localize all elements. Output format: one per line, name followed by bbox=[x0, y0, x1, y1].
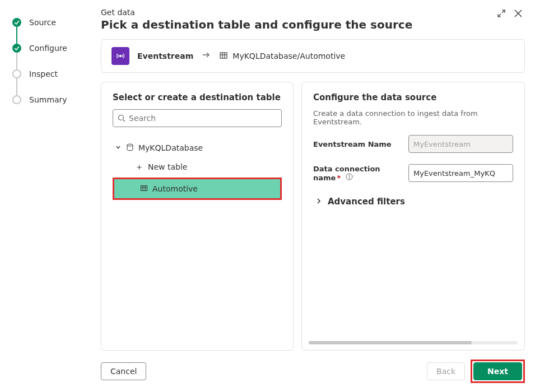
step-summary[interactable]: Summary bbox=[12, 93, 78, 106]
breadcrumb-destination: MyKQLDatabase/Automotive bbox=[232, 52, 345, 60]
left-card-title: Select or create a destination table bbox=[113, 92, 282, 102]
new-table-label: New table bbox=[148, 162, 187, 171]
new-table-action[interactable]: ＋ New table bbox=[113, 157, 282, 176]
breadcrumb-card: Eventstream MyKQLDatabase/Automotive bbox=[101, 39, 525, 73]
header-eyebrow: Get data bbox=[101, 8, 497, 17]
table-tree: MyKQLDatabase ＋ New table Automotive bbox=[113, 138, 282, 200]
footer: Cancel Back Next bbox=[101, 360, 525, 383]
main-panel: Get data Pick a destination table and co… bbox=[78, 0, 535, 392]
right-card-title: Configure the data source bbox=[313, 92, 513, 102]
next-button-highlight: Next bbox=[471, 360, 525, 383]
eventstream-icon bbox=[111, 47, 129, 65]
step-configure[interactable]: Configure bbox=[12, 41, 78, 55]
expand-icon[interactable] bbox=[497, 9, 506, 20]
chevron-down-icon bbox=[115, 143, 122, 152]
step-dot bbox=[12, 95, 21, 104]
page-title: Pick a destination table and configure t… bbox=[101, 18, 497, 31]
step-source[interactable]: Source bbox=[12, 16, 78, 29]
header: Get data Pick a destination table and co… bbox=[78, 6, 525, 37]
svg-point-2 bbox=[119, 115, 124, 120]
step-label: Inspect bbox=[29, 69, 58, 78]
svg-rect-4 bbox=[141, 185, 147, 190]
database-icon bbox=[126, 143, 134, 153]
right-card-subtitle: Create a data connection to ingest data … bbox=[313, 109, 513, 126]
stepper: Source Configure Inspect Summary bbox=[0, 0, 78, 392]
step-inspect[interactable]: Inspect bbox=[12, 67, 78, 81]
info-icon[interactable] bbox=[346, 173, 353, 180]
chevron-right-icon bbox=[315, 197, 322, 207]
close-icon[interactable] bbox=[514, 9, 523, 20]
eventstream-name-field bbox=[408, 135, 513, 153]
check-icon bbox=[12, 44, 21, 53]
table-icon bbox=[219, 51, 228, 62]
step-label: Configure bbox=[29, 44, 67, 53]
step-label: Source bbox=[29, 18, 56, 27]
data-source-card: Configure the data source Create a data … bbox=[301, 82, 525, 351]
svg-point-3 bbox=[127, 144, 133, 146]
eventstream-name-label: Eventstream Name bbox=[313, 140, 408, 148]
connection-name-field[interactable] bbox=[408, 164, 513, 182]
arrow-right-icon bbox=[201, 50, 211, 62]
database-label: MyKQLDatabase bbox=[138, 143, 203, 152]
table-label: Automotive bbox=[152, 184, 198, 193]
search-input[interactable] bbox=[113, 109, 282, 127]
breadcrumb-source: Eventstream bbox=[137, 52, 193, 60]
database-node[interactable]: MyKQLDatabase bbox=[113, 138, 282, 157]
svg-rect-1 bbox=[220, 53, 227, 58]
step-label: Summary bbox=[29, 95, 67, 104]
cancel-button[interactable]: Cancel bbox=[101, 362, 146, 380]
step-dot bbox=[12, 69, 21, 78]
connection-name-label: Data connection name* bbox=[313, 165, 408, 182]
table-icon bbox=[140, 184, 148, 194]
back-button[interactable]: Back bbox=[427, 362, 465, 380]
horizontal-scrollbar[interactable] bbox=[309, 341, 518, 344]
svg-point-6 bbox=[349, 175, 350, 175]
table-node-automotive[interactable]: Automotive bbox=[114, 179, 280, 198]
plus-icon: ＋ bbox=[135, 162, 143, 172]
check-icon bbox=[12, 18, 21, 27]
advanced-filters-accordion[interactable]: Advanced filters bbox=[313, 197, 513, 207]
selected-table-highlight: Automotive bbox=[113, 178, 282, 200]
next-button[interactable]: Next bbox=[473, 362, 522, 380]
search-icon bbox=[118, 114, 125, 122]
destination-table-card: Select or create a destination table MyK… bbox=[101, 82, 294, 351]
svg-point-0 bbox=[120, 55, 122, 57]
